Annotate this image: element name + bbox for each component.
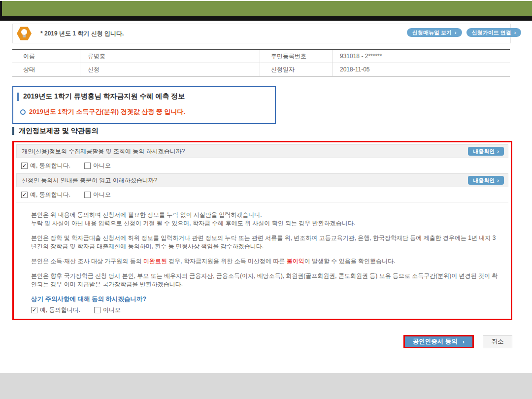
consent-question-2: 신청인 동의서 안내를 충분히 읽고 이해하셨습니까? (22, 176, 468, 185)
apply-date-label: 신청일자 (260, 63, 332, 76)
chevron-right-icon: › (497, 177, 499, 183)
prediction-title: 2019년도 1학기 류병홍님 학자금지원 수혜 예측 정보 (23, 92, 185, 101)
final-yes-label: 예, 동의합니다. (40, 306, 80, 314)
semester-notice-text: * 2019 년도 1 학기 신청 입니다. (40, 30, 124, 38)
aid-prediction-box: 2019년도 1학기 류병홍님 학자금지원 수혜 예측 정보 2019년도 1학… (12, 86, 276, 124)
application-guide-button[interactable]: 신청가이드 연결 › (466, 28, 522, 37)
chevron-right-icon: › (497, 148, 499, 154)
checkbox-checked-icon: ✓ (22, 192, 27, 198)
footer-bar (0, 373, 532, 399)
green-header-strip (2, 1, 532, 16)
no-label-1: 아니오 (93, 162, 111, 170)
consent-terms-text: 본인은 위 내용에 동의하며 신청서에 필요한 정보를 누락 없이 사실만을 입… (16, 202, 508, 289)
final-consent-answer-row: ✓ 예, 동의합니다. 아니오 (16, 303, 508, 316)
terms-paragraph-3: 본인은 소득·재산 조사 대상 가구원의 동의 미완료된 경우, 학자금지원을 … (31, 257, 499, 266)
section-bar-accent (12, 127, 14, 135)
yes-checkbox-1[interactable]: ✓ (21, 163, 28, 169)
chevron-right-icon: › (514, 30, 516, 35)
yes-checkbox-2[interactable]: ✓ (21, 192, 28, 198)
consent-question-bar-2: 신청인 동의서 안내를 충분히 읽고 이해하셨습니까? 내용확인 › (16, 173, 508, 187)
prediction-status-row: 2019년도 1학기 소득구간(분위) 경곗값 산정 중 입니다. (20, 107, 275, 116)
no-label-2: 아니오 (93, 191, 111, 199)
final-yes-checkbox[interactable]: ✓ (31, 307, 37, 313)
checkbox-checked-icon: ✓ (32, 307, 36, 313)
consent-section-title: 개인정보제공 및 약관동의 (19, 127, 99, 135)
name-label: 이름 (12, 50, 80, 63)
chevron-right-icon: › (455, 30, 457, 35)
title-bar-accent (17, 93, 19, 101)
applicant-info-table: 이름 류병홍 주민등록번호 931018 - 2****** 상태 신청 신청일… (12, 49, 510, 77)
prediction-status-text: 2019년도 1학기 소득구간(분위) 경곗값 산정 중 입니다. (29, 107, 185, 116)
application-manual-label: 신청매뉴얼 보기 (412, 29, 452, 36)
view-terms-button-1[interactable]: 내용확인 › (468, 147, 504, 156)
view-terms-label-1: 내용확인 (473, 148, 495, 155)
status-value: 신청 (80, 63, 260, 76)
consent-box: 개인(신용)정보의 수집제공활용 및 조회에 동의 하시겠습니까? 내용확인 ›… (12, 141, 512, 320)
terms-paragraph-4: 본인은 향후 국가장학금 신청 당시 본인, 부모 또는 배우자의 금융자산, … (31, 272, 499, 289)
bottom-action-buttons: 공인인증서 동의 › 취소 (0, 335, 512, 348)
certificate-consent-button[interactable]: 공인인증서 동의 › (403, 335, 474, 348)
highlighted-word-incomplete: 미완료된 (143, 258, 167, 265)
lightbulb-icon (17, 26, 32, 41)
bullet-circle-icon (20, 109, 26, 115)
yes-label-1: 예, 동의합니다. (30, 162, 70, 170)
cancel-button[interactable]: 취소 (483, 335, 512, 348)
rrn-value: 931018 - 2****** (332, 50, 510, 63)
view-terms-label-2: 내용확인 (473, 177, 495, 184)
prediction-title-row: 2019년도 1학기 류병홍님 학자금지원 수혜 예측 정보 (17, 92, 275, 101)
final-consent-question: 상기 주의사항에 대해 동의 하시겠습니까? (16, 295, 508, 303)
terms-paragraph-2: 본인은 장학 및 학자금대출 신청서에 허위 정보를 입력하거나 관련 정보의 … (31, 234, 499, 251)
consent-question-1: 개인(신용)정보의 수집제공활용 및 조회에 동의 하시겠습니까? (22, 147, 468, 156)
application-page: * 2019 년도 1 학기 신청 입니다. 신청매뉴얼 보기 › 신청가이드 … (0, 0, 532, 399)
certificate-consent-label: 공인인증서 동의 (413, 337, 458, 346)
chevron-right-icon: › (463, 338, 465, 345)
name-value: 류병홍 (80, 50, 260, 63)
no-checkbox-1[interactable] (84, 163, 91, 169)
final-no-label: 아니오 (103, 306, 121, 314)
view-terms-button-2[interactable]: 내용확인 › (468, 176, 504, 185)
top-action-buttons: 신청매뉴얼 보기 › 신청가이드 연결 › (407, 28, 521, 37)
yes-label-2: 예, 동의합니다. (30, 191, 70, 199)
final-no-checkbox[interactable] (94, 307, 100, 313)
apply-date-value: 2018-11-05 (332, 63, 510, 76)
rrn-label: 주민등록번호 (260, 50, 332, 63)
consent-section-header: 개인정보제공 및 약관동의 (12, 127, 99, 135)
application-manual-button[interactable]: 신청매뉴얼 보기 › (407, 28, 462, 37)
highlighted-word-disadvantage: 불이익 (287, 258, 304, 265)
consent-question-bar-1: 개인(신용)정보의 수집제공활용 및 조회에 동의 하시겠습니까? 내용확인 › (16, 144, 508, 158)
consent-answer-row-2: ✓ 예, 동의합니다. 아니오 (16, 187, 508, 202)
no-checkbox-2[interactable] (84, 192, 91, 198)
top-header-bar (0, 1, 532, 21)
application-guide-label: 신청가이드 연결 (472, 29, 511, 36)
checkbox-checked-icon: ✓ (22, 163, 27, 168)
consent-answer-row-1: ✓ 예, 동의합니다. 아니오 (16, 158, 508, 173)
status-label: 상태 (12, 63, 80, 76)
terms-paragraph-1: 본인은 위 내용에 동의하며 신청서에 필요한 정보를 누락 없이 사실만을 입… (31, 211, 499, 228)
